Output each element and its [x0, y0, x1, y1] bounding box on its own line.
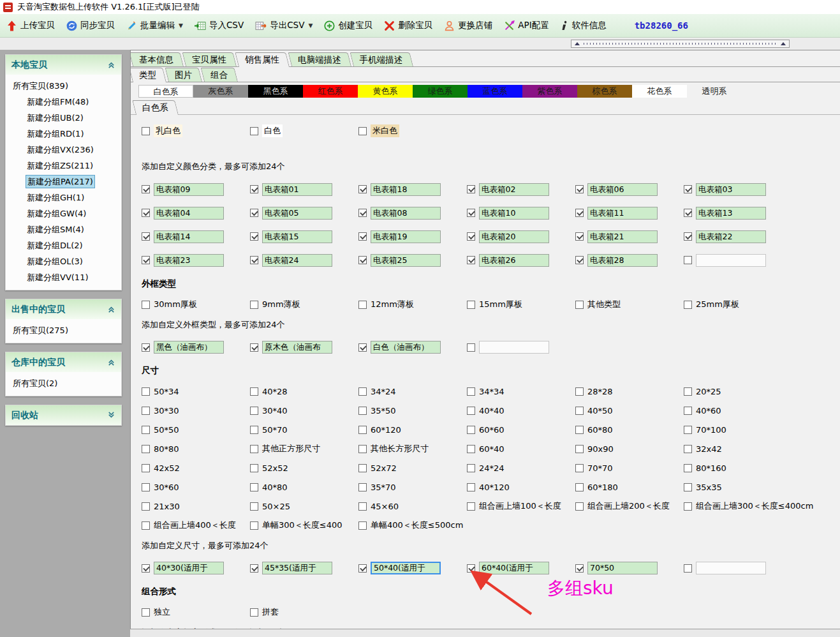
- custom-color-input[interactable]: 电表箱15: [262, 230, 332, 243]
- sidebar-group-item[interactable]: 所有宝贝(2): [6, 375, 121, 391]
- checkbox[interactable]: [250, 209, 258, 217]
- checkbox[interactable]: [684, 301, 692, 309]
- checkbox[interactable]: [684, 564, 692, 573]
- checkbox[interactable]: [250, 407, 258, 415]
- checkbox[interactable]: [250, 185, 258, 193]
- checkbox[interactable]: [142, 564, 150, 573]
- custom-color-input[interactable]: 电表箱11: [587, 207, 658, 220]
- checkbox[interactable]: [467, 426, 475, 434]
- color-page-tab[interactable]: 白色系: [136, 100, 179, 114]
- checkbox[interactable]: [250, 232, 258, 241]
- checkbox[interactable]: [575, 387, 584, 396]
- custom-color-input[interactable]: 电表箱19: [371, 230, 441, 243]
- software-info-button[interactable]: 软件信息: [561, 20, 607, 31]
- checkbox[interactable]: [358, 445, 367, 453]
- sub-tab[interactable]: 图片: [168, 68, 202, 82]
- sidebar-group-item[interactable]: 新建分组GH(1): [6, 190, 121, 206]
- sidebar-group-item[interactable]: 新建分组FM(48): [6, 94, 121, 110]
- checkbox[interactable]: [142, 502, 150, 511]
- checkbox[interactable]: [358, 464, 367, 472]
- custom-size-input[interactable]: 70*50: [587, 562, 658, 574]
- switch-shop-button[interactable]: 更换店铺: [444, 20, 492, 31]
- checkbox[interactable]: [142, 483, 150, 491]
- sync-button[interactable]: 同步宝贝: [66, 20, 115, 31]
- checkbox[interactable]: [250, 343, 258, 352]
- custom-color-input[interactable]: 电表箱26: [479, 254, 549, 267]
- custom-color-input[interactable]: 电表箱13: [696, 207, 766, 220]
- color-series-tab[interactable]: 透明系: [687, 85, 742, 98]
- custom-size-input[interactable]: 40*30(适用于: [154, 562, 224, 574]
- custom-frame-input[interactable]: [479, 341, 549, 354]
- checkbox[interactable]: [358, 232, 367, 241]
- checkbox[interactable]: [575, 426, 584, 434]
- checkbox[interactable]: [467, 387, 475, 396]
- color-series-tab[interactable]: 灰色系: [193, 85, 248, 98]
- checkbox[interactable]: [358, 387, 367, 396]
- checkbox[interactable]: [358, 185, 367, 193]
- sidebar-group-item[interactable]: 新建分组UB(2): [6, 110, 121, 126]
- chevron-double-up-icon[interactable]: [107, 358, 115, 366]
- horizontal-slider[interactable]: [571, 40, 790, 48]
- checkbox[interactable]: [467, 483, 475, 491]
- checkbox[interactable]: [575, 256, 584, 264]
- chevron-down-icon[interactable]: ▼: [308, 22, 313, 29]
- custom-color-input[interactable]: 电表箱05: [262, 207, 332, 220]
- chevron-double-up-icon[interactable]: [107, 305, 115, 313]
- checkbox[interactable]: [358, 521, 367, 530]
- checkbox[interactable]: [575, 564, 584, 573]
- color-series-tab[interactable]: 绿色系: [413, 85, 468, 98]
- checkbox[interactable]: [250, 256, 258, 264]
- checkbox[interactable]: [575, 209, 584, 217]
- recycle-header[interactable]: 回收站: [6, 405, 121, 425]
- checkbox[interactable]: [142, 209, 150, 217]
- checkbox[interactable]: [142, 387, 150, 396]
- sidebar-group-item[interactable]: 新建分组RD(1): [6, 126, 121, 142]
- slider-right-arrow-icon[interactable]: [781, 42, 786, 45]
- checkbox[interactable]: [250, 426, 258, 434]
- custom-color-input[interactable]: 电表箱03: [696, 183, 766, 196]
- import-csv-button[interactable]: 导入CSV: [195, 20, 244, 31]
- sidebar-group-item[interactable]: 新建分组VV(11): [6, 269, 121, 285]
- custom-color-input[interactable]: [696, 254, 766, 267]
- custom-size-input[interactable]: 45*35(适用于: [262, 562, 332, 574]
- checkbox[interactable]: [575, 502, 584, 511]
- create-item-button[interactable]: 创建宝贝: [324, 20, 372, 31]
- custom-color-input[interactable]: 电表箱24: [262, 254, 332, 267]
- checkbox[interactable]: [575, 301, 584, 309]
- checkbox[interactable]: [358, 343, 367, 352]
- checkbox[interactable]: [358, 483, 367, 491]
- sub-tab[interactable]: 组合: [204, 68, 238, 82]
- custom-color-input[interactable]: 电表箱08: [371, 207, 441, 220]
- sidebar-group-item[interactable]: 新建分组DL(2): [6, 237, 121, 253]
- slider-left-arrow-icon[interactable]: [575, 42, 580, 45]
- export-csv-button[interactable]: 导出CSV ▼: [255, 20, 313, 31]
- checkbox[interactable]: [358, 426, 367, 434]
- sidebar-group-item[interactable]: 所有宝贝(275): [6, 322, 121, 338]
- checkbox[interactable]: [358, 256, 367, 264]
- checkbox[interactable]: [250, 521, 258, 530]
- checkbox[interactable]: [684, 209, 692, 217]
- custom-color-input[interactable]: 电表箱28: [587, 254, 658, 267]
- checkbox[interactable]: [250, 608, 258, 617]
- custom-color-input[interactable]: 电表箱04: [154, 207, 224, 220]
- checkbox[interactable]: [684, 256, 692, 264]
- local-items-header[interactable]: 本地宝贝: [6, 55, 121, 75]
- checkbox[interactable]: [467, 343, 475, 352]
- sidebar-group-item[interactable]: 新建分组OL(3): [6, 253, 121, 269]
- custom-color-input[interactable]: 电表箱09: [154, 183, 224, 196]
- sidebar-group-item[interactable]: 新建分组ZS(211): [6, 158, 121, 174]
- custom-color-input[interactable]: 电表箱18: [371, 183, 441, 196]
- chevron-down-icon[interactable]: ▼: [179, 22, 183, 29]
- warehouse-header[interactable]: 仓库中的宝贝: [6, 352, 121, 372]
- main-tab[interactable]: 宝贝属性: [186, 52, 237, 66]
- checkbox[interactable]: [467, 256, 475, 264]
- checkbox[interactable]: [684, 483, 692, 491]
- checkbox[interactable]: [142, 464, 150, 472]
- checkbox[interactable]: [684, 502, 692, 511]
- checkbox[interactable]: [142, 301, 150, 309]
- checkbox[interactable]: [684, 464, 692, 472]
- checkbox[interactable]: [250, 387, 258, 396]
- custom-frame-input[interactable]: 白色（油画布）: [371, 341, 441, 354]
- checkbox[interactable]: [467, 407, 475, 415]
- color-series-tab[interactable]: 白色系: [138, 85, 193, 98]
